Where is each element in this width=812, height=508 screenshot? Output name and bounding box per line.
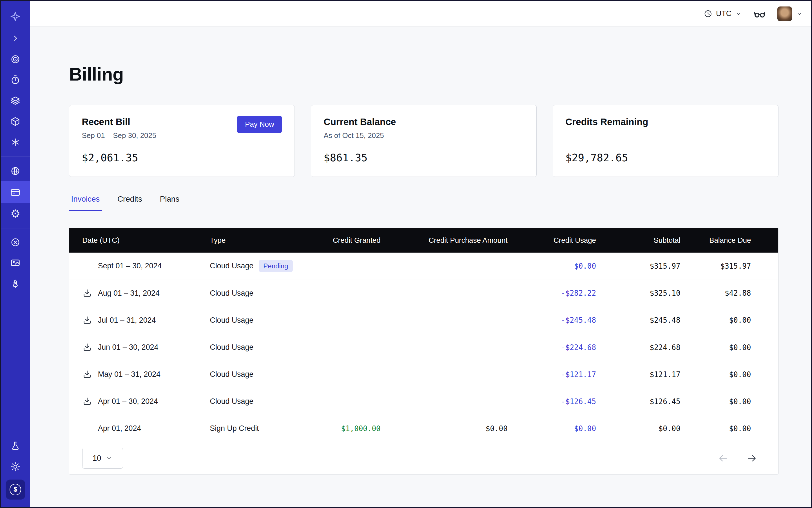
clock-icon [703,9,712,18]
sidebar-item-support[interactable] [1,232,30,253]
download-invoice-button[interactable] [82,288,98,298]
col-subtotal: Subtotal [596,236,680,245]
col-credit-purchase: Credit Purchase Amount [381,236,508,245]
timezone-selector[interactable]: UTC [703,9,742,18]
download-invoice-button[interactable] [82,315,98,325]
invoice-row: Sept 01 – 30, 2024 Cloud Usage Pending $… [69,253,778,280]
sidebar-item-theme[interactable] [1,456,30,477]
page-title: Billing [69,64,778,85]
sidebar: ⚙ $ [1,1,30,507]
sidebar-item-labs[interactable] [1,435,30,456]
sidebar-item-timers[interactable] [1,70,30,90]
summary-cards: Recent Bill Sep 01 – Sep 30, 2025 $2,061… [69,105,778,177]
flask-icon [10,441,20,451]
prev-page-button[interactable] [718,453,729,464]
sidebar-item-network[interactable] [1,161,30,181]
chevron-right-icon [11,34,20,43]
invoice-date-cell: Aug 01 – 31, 2024 [69,288,210,298]
download-icon [82,370,92,379]
invoice-type: Cloud Usage [210,343,253,352]
invoice-date: Aug 01 – 31, 2024 [98,289,160,298]
balance-due-value: $315.97 [680,262,778,270]
card-subtitle: As of Oct 15, 2025 [324,131,524,140]
balance-due-value: $0.00 [680,370,778,379]
subtotal-value: $126.45 [596,397,680,406]
invoice-date: Sept 01 – 30, 2024 [98,262,162,270]
card-title: Credits Remaining [565,117,766,127]
sidebar-item-credits[interactable]: $ [1,477,30,502]
invoice-type-cell: Cloud Usage [210,343,324,352]
credit-card-icon [10,187,20,198]
balance-due-value: $0.00 [680,343,778,352]
credit-usage-value: $0.00 [508,424,596,433]
download-invoice-button[interactable] [82,342,98,352]
sidebar-item-console[interactable] [1,253,30,274]
glasses-toggle[interactable] [754,8,766,20]
sidebar-item-packages[interactable] [1,111,30,132]
invoice-type-cell: Cloud Usage [210,316,324,325]
tab-credits[interactable]: Credits [116,195,144,211]
invoice-type: Sign Up Credit [210,424,259,433]
sidebar-item-radar[interactable] [1,49,30,70]
invoice-type-cell: Cloud Usage [210,370,324,379]
invoice-row: Jun 01 – 30, 2024 Cloud Usage -$224.68 $… [69,334,778,361]
content: Billing Recent Bill Sep 01 – Sep 30, 202… [30,27,811,507]
subtotal-value: $245.48 [596,316,680,325]
tab-invoices[interactable]: Invoices [69,195,102,211]
sidebar-item-services[interactable] [1,132,30,153]
tab-plans[interactable]: Plans [158,195,181,211]
radar-icon [10,54,20,65]
invoice-date: Jun 01 – 30, 2024 [98,343,159,352]
invoice-date-cell: Apr 01, 2024 [69,424,210,433]
subtotal-value: $315.97 [596,262,680,270]
invoice-row: Jul 01 – 31, 2024 Cloud Usage -$245.48 $… [69,307,778,334]
credit-usage-value: -$121.17 [508,370,596,379]
credits-remaining-amount: $29,782.65 [565,152,766,164]
app-window: ⚙ $ UTC [0,0,812,508]
topbar: UTC [30,1,811,27]
invoice-type: Cloud Usage [210,289,253,298]
chevron-down-icon [106,455,113,462]
rocket-icon [10,279,20,289]
main-area: UTC Billing Recent Bill Sep 01 – Sep 30,… [30,1,811,507]
cube-icon [10,116,20,127]
sidebar-item-settings[interactable]: ⚙ [1,203,30,224]
invoice-date: Apr 01, 2024 [98,424,141,433]
credit-usage-value: -$245.48 [508,316,596,325]
user-menu[interactable] [777,6,803,21]
page-size-select[interactable]: 10 [82,448,123,469]
download-invoice-button[interactable] [82,370,98,379]
sidebar-item-launch[interactable] [1,274,30,295]
download-icon [82,396,92,406]
sidebar-item-logo[interactable] [1,5,30,28]
glasses-icon [754,8,766,20]
invoice-date-cell: Sept 01 – 30, 2024 [69,261,210,271]
download-invoice-button[interactable] [82,396,98,406]
invoices-table: Date (UTC) Type Credit Granted Credit Pu… [69,228,778,474]
page-size-value: 10 [93,454,101,463]
sidebar-item-billing[interactable] [1,181,30,203]
credit-usage-value: -$224.68 [508,343,596,352]
balance-due-value: $42.88 [680,289,778,297]
download-icon [82,288,92,298]
invoice-row: Apr 01 – 30, 2024 Cloud Usage -$126.45 $… [69,388,778,415]
credit-purchase-value: $0.00 [381,424,508,433]
invoice-row: Apr 01, 2024 Sign Up Credit $1,000.00 $0… [69,415,778,442]
invoice-date-cell: Jun 01 – 30, 2024 [69,342,210,352]
next-page-button[interactable] [746,453,757,464]
globe-icon [10,166,20,176]
sidebar-item-layers[interactable] [1,90,30,111]
col-credit-usage: Credit Usage [508,236,596,245]
pagination-arrows [718,453,757,464]
pay-now-button[interactable]: Pay Now [237,116,282,133]
circle-x-icon [10,237,20,248]
asterisk-icon [10,137,20,147]
invoice-type-cell: Sign Up Credit [210,424,324,433]
current-balance-card: Current Balance As of Oct 15, 2025 $861.… [311,105,537,177]
invoice-type: Cloud Usage [210,370,253,379]
display-icon [10,258,20,268]
sidebar-item-collapse[interactable] [1,28,30,49]
gear-icon: ⚙ [10,208,20,219]
dollar-badge-icon: $ [6,479,25,499]
chevron-down-icon [735,10,742,17]
